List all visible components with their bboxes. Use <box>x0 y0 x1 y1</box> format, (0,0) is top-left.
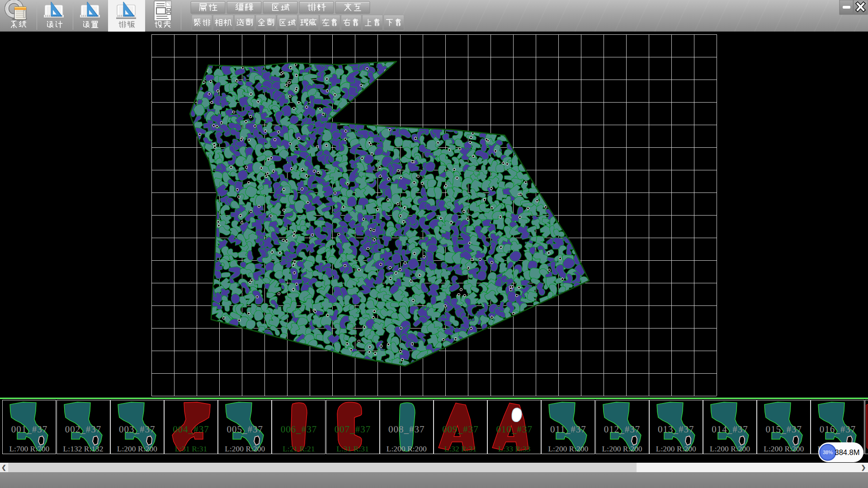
svg-text:38%: 38% <box>823 450 833 455</box>
svg-text:384.8M: 384.8M <box>835 448 859 456</box>
